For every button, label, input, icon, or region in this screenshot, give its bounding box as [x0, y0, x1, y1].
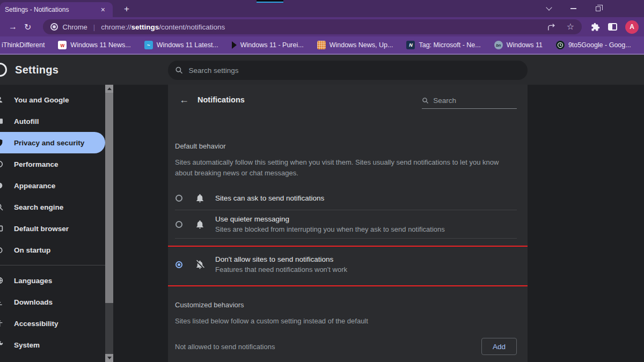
default-behavior-label: Default behavior — [175, 142, 528, 150]
restore-button[interactable] — [590, 0, 606, 17]
new-tab-button[interactable]: + — [119, 3, 134, 16]
sidebar-item-default-browser[interactable]: Default browser — [0, 218, 105, 239]
browser-icon — [0, 224, 4, 233]
customized-behaviors-label: Customized behaviors — [175, 301, 528, 309]
sidebar-divider — [0, 265, 105, 265]
share-icon[interactable] — [547, 23, 556, 32]
speedometer-icon — [0, 160, 4, 168]
power-icon — [0, 246, 4, 254]
scroll-down-button[interactable] — [105, 354, 113, 362]
bookmark-favicon: bn — [494, 41, 503, 49]
bookmark-item[interactable]: NTag: Microsoft - Ne... — [406, 41, 480, 49]
tab-search-chevron-icon[interactable] — [541, 0, 557, 17]
globe-icon — [0, 276, 4, 285]
content-scrollbar[interactable] — [105, 85, 113, 362]
content-area: ← Notifications Default behavior Sites a… — [113, 85, 644, 362]
tab-strip: Settings - Notifications × + — [0, 0, 644, 17]
radio-unselected[interactable] — [175, 221, 182, 228]
option-sites-can-ask[interactable]: Sites can ask to send notifications — [168, 186, 528, 210]
radio-unselected[interactable] — [175, 195, 182, 202]
settings-sidebar: You and Google Autofill Privacy and secu… — [0, 85, 105, 362]
search-icon — [422, 97, 429, 105]
bell-icon — [195, 193, 206, 203]
bookmarks-bar: iThinkDifferent wWindows 11 News... ~Win… — [0, 36, 644, 54]
bookmark-favicon: w — [58, 41, 67, 49]
chrome-logo-icon — [0, 63, 7, 77]
sidebar-item-languages[interactable]: Languages — [0, 270, 105, 291]
browser-toolbar: → ↻ Chrome | chrome://settings/content/n… — [0, 17, 644, 36]
tab-close-icon[interactable]: × — [98, 5, 108, 14]
sidebar-item-search-engine[interactable]: Search engine — [0, 196, 105, 218]
bookmark-item[interactable]: Windows News, Up... — [317, 41, 393, 49]
bell-icon — [195, 219, 206, 230]
bookmark-item[interactable]: bnWindows 11 — [494, 41, 543, 49]
autofill-icon — [0, 117, 4, 125]
shield-icon — [0, 138, 4, 147]
bookmark-favicon — [317, 41, 326, 49]
bookmark-item[interactable]: iThinkDifferent — [2, 41, 45, 49]
person-icon — [0, 95, 4, 104]
option-dont-allow[interactable]: Don't allow sites to send notifications … — [168, 250, 528, 278]
palette-icon — [0, 181, 4, 190]
default-behavior-description: Sites automatically follow this setting … — [175, 157, 507, 179]
download-icon — [0, 298, 4, 306]
bookmark-favicon — [556, 41, 565, 49]
bookmark-favicon: N — [406, 41, 415, 49]
scroll-up-button[interactable] — [105, 85, 113, 93]
option-quieter-messaging[interactable]: Use quieter messaging Sites are blocked … — [168, 210, 528, 238]
wrench-icon — [0, 341, 4, 349]
scrollbar-thumb[interactable] — [105, 93, 113, 303]
sidebar-item-autofill[interactable]: Autofill — [0, 110, 105, 132]
back-arrow-icon[interactable]: ← — [179, 94, 189, 106]
bookmark-item[interactable]: ~Windows 11 Latest... — [144, 41, 218, 49]
tab-title: Settings - Notifications — [5, 6, 98, 13]
magnifier-icon — [0, 203, 4, 211]
side-panel-icon[interactable] — [608, 23, 617, 31]
sidebar-item-privacy-and-security[interactable]: Privacy and security — [0, 132, 105, 153]
sidebar-item-downloads[interactable]: Downloads — [0, 291, 105, 313]
settings-search-input[interactable] — [188, 67, 521, 75]
bell-off-icon — [195, 260, 206, 270]
engine-label: Chrome — [63, 23, 87, 31]
notifications-card: ← Notifications Default behavior Sites a… — [168, 85, 528, 362]
window-controls — [537, 0, 644, 17]
bookmark-item[interactable]: 9to5Google - Goog... — [556, 41, 631, 49]
bookmark-item[interactable]: wWindows 11 News... — [58, 41, 130, 49]
chrome-page-icon — [50, 23, 58, 31]
minimize-button[interactable] — [565, 0, 581, 17]
forward-button[interactable]: → — [5, 22, 20, 32]
accessibility-icon — [0, 319, 4, 328]
active-tab[interactable]: Settings - Notifications × — [0, 2, 113, 17]
sidebar-item-system[interactable]: System — [0, 334, 105, 356]
sidebar-item-you-and-google[interactable]: You and Google — [0, 89, 105, 110]
extensions-puzzle-icon[interactable] — [591, 23, 600, 32]
bookmark-favicon — [232, 41, 237, 49]
sidebar-item-on-startup[interactable]: On startup — [0, 239, 105, 261]
add-button[interactable]: Add — [481, 338, 517, 355]
bookmark-item[interactable]: Windows 11 - Purei... — [232, 41, 304, 49]
reload-button[interactable]: ↻ — [20, 22, 35, 32]
highlight-annotation-box: Don't allow sites to send notifications … — [168, 246, 528, 286]
settings-search-box[interactable] — [168, 61, 528, 80]
customized-behaviors-description: Sites listed below follow a custom setti… — [175, 316, 507, 327]
divider — [175, 238, 517, 239]
card-search-field[interactable] — [422, 97, 517, 109]
not-allowed-row: Not allowed to send notifications Add — [175, 338, 517, 355]
card-search-input[interactable] — [433, 97, 517, 105]
screen-artifact — [257, 0, 283, 3]
url-text: chrome://settings/content/notifications — [101, 23, 225, 31]
sidebar-item-accessibility[interactable]: Accessibility — [0, 313, 105, 334]
radio-selected[interactable] — [175, 261, 182, 268]
page-title: Settings — [15, 64, 58, 76]
bookmark-star-icon[interactable]: ☆ — [567, 23, 574, 31]
detail-title: Notifications — [197, 95, 245, 104]
bookmark-favicon: ~ — [144, 41, 153, 49]
address-bar[interactable]: Chrome | chrome://settings/content/notif… — [43, 19, 582, 34]
sidebar-item-appearance[interactable]: Appearance — [0, 175, 105, 196]
sidebar-item-performance[interactable]: Performance — [0, 153, 105, 175]
detail-header: ← Notifications — [168, 85, 528, 115]
search-icon — [175, 66, 183, 75]
profile-avatar[interactable]: A — [625, 20, 639, 34]
omnibox-separator: | — [93, 23, 95, 31]
settings-header: Settings — [0, 54, 644, 85]
